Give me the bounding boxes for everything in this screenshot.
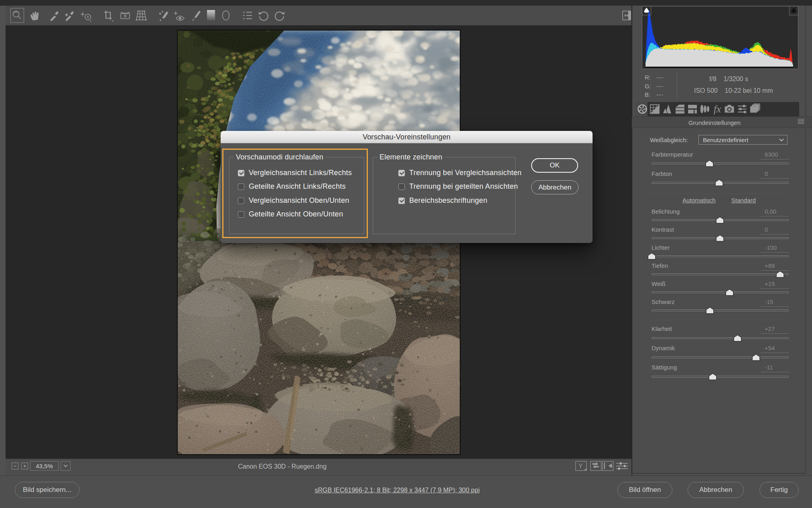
svg-text:Y: Y: [579, 463, 583, 469]
svg-text:fx: fx: [714, 103, 721, 115]
